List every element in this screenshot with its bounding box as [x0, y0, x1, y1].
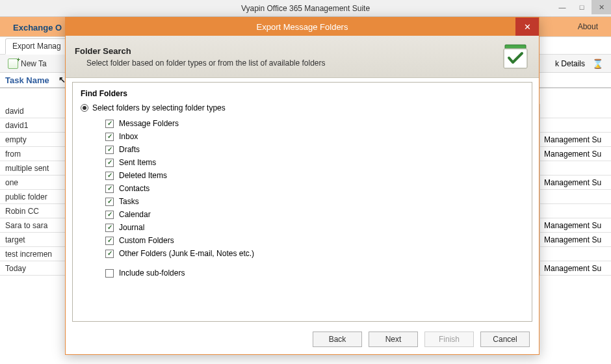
- task-product-cell: [540, 190, 611, 204]
- folder-type-checkbox[interactable]: Inbox: [105, 132, 524, 141]
- task-product-cell: [540, 104, 611, 118]
- folder-type-checkbox[interactable]: Other Folders (Junk E-mail, Notes etc.): [105, 249, 524, 258]
- maximize-button[interactable]: □: [572, 0, 592, 14]
- new-task-label: New Ta: [21, 59, 47, 68]
- task-product-cell: [540, 161, 611, 176]
- radio-label: Select folders by selecting folder types: [92, 103, 226, 112]
- task-product-cell: Management Su: [540, 147, 611, 161]
- checkbox-label: Tasks: [119, 197, 139, 206]
- folder-type-checkbox[interactable]: Contacts: [105, 184, 524, 193]
- cancel-button[interactable]: Cancel: [480, 332, 530, 347]
- folder-type-checkbox[interactable]: Deleted Items: [105, 171, 524, 180]
- checkbox-icon: [105, 237, 114, 245]
- folder-type-checkbox[interactable]: Custom Folders: [105, 236, 524, 245]
- checkbox-label: Message Folders: [119, 119, 179, 128]
- checkbox-label: Deleted Items: [119, 171, 167, 180]
- include-subfolders-label: Include sub-folders: [119, 268, 185, 278]
- include-subfolders-checkbox[interactable]: Include sub-folders: [105, 268, 524, 278]
- checkbox-label: Custom Folders: [119, 236, 174, 245]
- checkbox-label: Drafts: [119, 145, 140, 154]
- dialog-close-button[interactable]: ✕: [515, 18, 539, 36]
- checkbox-icon: [105, 185, 114, 193]
- dialog-header-title: Folder Search: [75, 46, 326, 56]
- checkbox-label: Contacts: [119, 184, 150, 193]
- task-row[interactable]: one: [0, 176, 65, 190]
- task-row[interactable]: public folder: [0, 190, 65, 204]
- folder-type-checkbox[interactable]: Drafts: [105, 145, 524, 154]
- checkbox-label: Sent Items: [119, 158, 156, 167]
- checkbox-icon: [105, 211, 114, 219]
- task-product-cell: Management Su: [540, 261, 611, 276]
- close-button[interactable]: ✕: [592, 0, 611, 14]
- app-title: Vyapin Office 365 Management Suite: [241, 4, 370, 13]
- task-product-cell: [540, 118, 611, 133]
- checkbox-icon: [105, 224, 114, 232]
- folder-type-checkbox[interactable]: Tasks: [105, 197, 524, 206]
- checkbox-icon: [105, 133, 114, 141]
- dialog-header: Folder Search Select folder based on fol…: [66, 36, 539, 78]
- folder-check-icon: [501, 42, 530, 71]
- task-product-cell: Management Su: [540, 176, 611, 190]
- checkbox-label: Calendar: [119, 210, 151, 219]
- task-details-button[interactable]: k Details: [555, 59, 585, 68]
- find-folders-title: Find Folders: [81, 89, 524, 98]
- checkbox-icon: [105, 159, 114, 167]
- new-task-icon: [8, 58, 18, 69]
- task-product-cell: Management Su: [540, 218, 611, 233]
- folder-type-checkbox[interactable]: Calendar: [105, 210, 524, 219]
- window-buttons: — □ ✕: [552, 0, 611, 14]
- task-row[interactable]: target: [0, 233, 65, 247]
- task-row[interactable]: Robin CC: [0, 204, 65, 218]
- checkbox-icon: [105, 250, 114, 258]
- checkbox-icon: [105, 198, 114, 206]
- checkbox-label: Journal: [119, 223, 144, 232]
- task-row[interactable]: david1: [0, 118, 65, 133]
- task-product-cell: [540, 247, 611, 261]
- task-row[interactable]: Sara to sara: [0, 218, 65, 233]
- task-product-cell: Management Su: [540, 133, 611, 147]
- ribbon-tab-about[interactable]: About: [578, 17, 598, 36]
- hourglass-icon[interactable]: ⌛: [592, 58, 603, 70]
- folder-type-checkbox[interactable]: Sent Items: [105, 158, 524, 167]
- find-folders-group: Find Folders Select folders by selecting…: [72, 82, 532, 322]
- task-product-cell: Management Su: [540, 233, 611, 247]
- export-message-folders-dialog: Export Message Folders ✕ Folder Search S…: [65, 17, 540, 355]
- dialog-titlebar: Export Message Folders ✕: [66, 18, 539, 36]
- radio-icon: [81, 104, 88, 112]
- task-row[interactable]: david: [0, 104, 65, 118]
- task-name-column: Task Name: [5, 75, 49, 85]
- ribbon-tab-exchange[interactable]: Exchange O: [8, 19, 67, 36]
- checkbox-icon: [105, 269, 114, 278]
- task-row[interactable]: Today: [0, 261, 65, 276]
- dialog-header-desc: Select folder based on folder types or f…: [86, 58, 326, 68]
- checkbox-icon: [105, 120, 114, 128]
- task-row[interactable]: multiple sent: [0, 161, 65, 176]
- next-button[interactable]: Next: [369, 332, 418, 347]
- finish-button: Finish: [424, 332, 474, 347]
- subtab-export-manager[interactable]: Export Manag: [5, 38, 68, 55]
- folder-type-checklist: Message FoldersInboxDraftsSent ItemsDele…: [105, 119, 524, 258]
- task-row[interactable]: from: [0, 147, 65, 161]
- dialog-body: Find Folders Select folders by selecting…: [66, 78, 539, 324]
- task-row[interactable]: empty: [0, 133, 65, 147]
- minimize-button[interactable]: —: [552, 0, 572, 14]
- task-product-cell: [540, 204, 611, 218]
- checkbox-label: Inbox: [119, 132, 138, 141]
- checkbox-icon: [105, 146, 114, 154]
- checkbox-label: Other Folders (Junk E-mail, Notes etc.): [119, 249, 254, 258]
- task-row[interactable]: test incremen: [0, 247, 65, 261]
- new-task-button[interactable]: New Ta: [8, 58, 47, 69]
- svg-rect-0: [505, 45, 526, 49]
- checkbox-icon: [105, 172, 114, 180]
- app-titlebar: Vyapin Office 365 Management Suite — □ ✕: [0, 0, 611, 17]
- dialog-footer: Back Next Finish Cancel: [66, 324, 539, 354]
- select-by-type-radio[interactable]: Select folders by selecting folder types: [81, 103, 524, 112]
- back-button[interactable]: Back: [313, 332, 362, 347]
- folder-type-checkbox[interactable]: Message Folders: [105, 119, 524, 128]
- dialog-title: Export Message Folders: [257, 22, 348, 32]
- folder-type-checkbox[interactable]: Journal: [105, 223, 524, 232]
